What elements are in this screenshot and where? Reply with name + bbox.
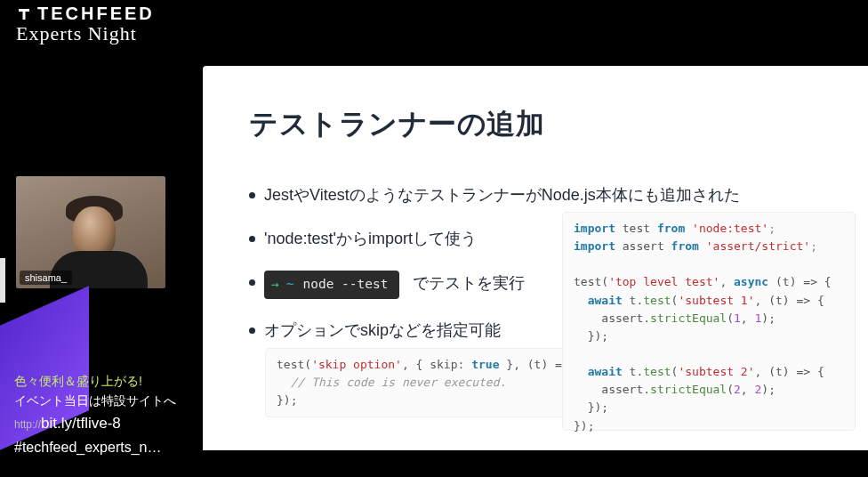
terminal-command-text: node --test: [302, 275, 388, 295]
event-hashtag: #techfeed_experts_n…: [14, 440, 161, 456]
prompt-tilde-icon: ~: [286, 275, 294, 295]
promo-url[interactable]: http://bit.ly/tflive-8: [14, 415, 121, 433]
bullet-dot-icon: [249, 327, 255, 334]
url-protocol: http://: [14, 418, 41, 431]
bullet-item: JestやVitestのようなテストランナーがNode.js本体にも追加された: [249, 183, 825, 207]
edge-indicator: [0, 258, 5, 303]
bullet-dot-icon: [249, 236, 255, 242]
presenter-name-badge: shisama_: [20, 271, 72, 285]
brand-subtitle: Experts Night: [16, 22, 155, 45]
promo-line-1: 色々便利＆盛り上がる!: [14, 372, 176, 392]
url-rest: bit.ly/tflive-8: [41, 415, 121, 432]
slide-title: テストランナーの追加: [249, 105, 825, 144]
code-snippet-skip-option: test('skip option', { skip: true }, (t) …: [265, 348, 576, 417]
brand-name: TECHFEED: [37, 4, 155, 24]
bullet-dot-icon: [249, 192, 255, 198]
promo-line-2: イベント当日は特設サイトへ: [14, 392, 176, 411]
left-column: TECHFEED Experts Night shisama_ 色々便利＆盛り上…: [0, 0, 203, 477]
presentation-slide: テストランナーの追加 JestやVitestのようなテストランナーがNode.j…: [203, 66, 868, 450]
promo-text: 色々便利＆盛り上がる! イベント当日は特設サイトへ: [14, 372, 176, 410]
code-snippet-node-test: import test from 'node:test'; import ass…: [562, 212, 856, 431]
techfeed-logo-icon: [16, 6, 32, 22]
terminal-command-chip: → ~ node --test: [264, 271, 399, 299]
brand-logo: TECHFEED Experts Night: [16, 4, 155, 45]
prompt-arrow-icon: →: [271, 275, 279, 295]
bullet-text: JestやVitestのようなテストランナーがNode.js本体にも追加された: [264, 183, 825, 207]
bullet-dot-icon: [249, 279, 255, 286]
presenter-webcam: shisama_: [16, 176, 165, 288]
bullet-suffix: でテストを実行: [413, 274, 525, 292]
